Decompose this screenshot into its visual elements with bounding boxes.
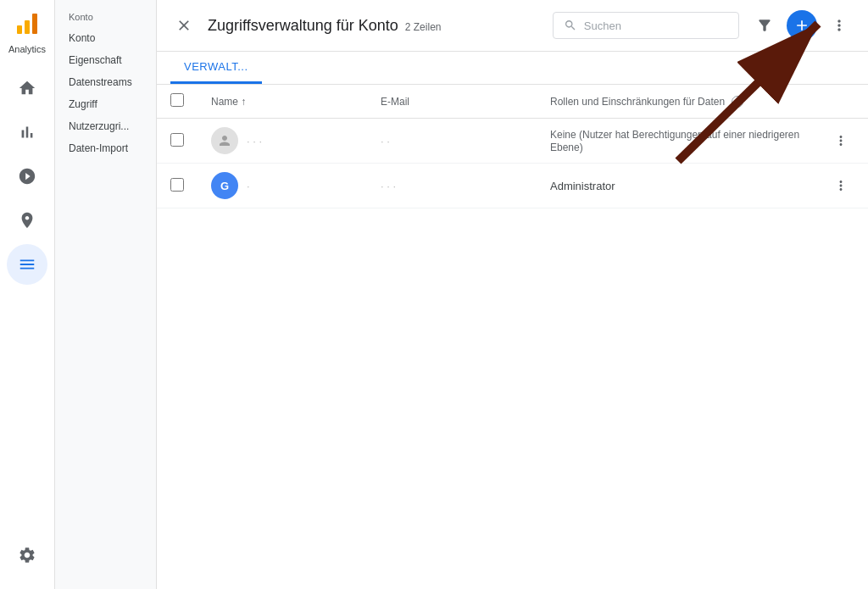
sidebar-link-zugriff[interactable]: Zugriff	[55, 93, 156, 115]
panel-subtitle: 2 Zeilen	[405, 21, 442, 33]
row2-checkbox-cell[interactable]	[157, 164, 198, 208]
table-row: G · · · · Administrator	[157, 164, 868, 208]
row1-actions-cell	[814, 119, 868, 164]
row2-actions-cell	[814, 164, 868, 208]
sidebar-link-konto[interactable]: Konto	[55, 27, 156, 49]
users-table: Name ↑ E-Mail Rollen und Einschränkungen…	[157, 85, 868, 208]
row1-checkbox[interactable]	[170, 133, 184, 147]
tabs-bar: VERWALT...	[157, 52, 868, 85]
name-sort-icon: ↑	[241, 96, 246, 108]
nav-explore[interactable]	[7, 156, 47, 197]
panel-header: Zugriffsverwaltung für Konto 2 Zeilen	[157, 0, 868, 52]
row2-checkbox[interactable]	[170, 178, 184, 192]
table-header-row: Name ↑ E-Mail Rollen und Einschränkungen…	[157, 85, 868, 119]
name-column-header[interactable]: Name ↑	[198, 85, 367, 119]
app-name-label: Analytics	[8, 44, 46, 54]
roles-info-icon[interactable]: i	[732, 96, 743, 108]
svg-rect-0	[17, 25, 22, 34]
tab-verwaltung[interactable]: VERWALT...	[170, 52, 262, 84]
select-all-checkbox[interactable]	[170, 93, 184, 107]
svg-rect-2	[32, 14, 37, 34]
row1-name-cell: · · ·	[198, 119, 367, 164]
close-button[interactable]	[170, 12, 198, 39]
search-input[interactable]	[584, 19, 728, 32]
nav-advertising[interactable]	[7, 200, 47, 241]
row1-email-cell: · ·	[367, 119, 537, 164]
panel-title: Zugriffsverwaltung für Konto	[208, 17, 398, 35]
nav-configure[interactable]	[7, 244, 47, 285]
add-user-button[interactable]	[787, 10, 817, 41]
left-nav: Analytics	[0, 0, 55, 589]
actions-column-header	[814, 85, 868, 119]
row2-name: ·	[247, 180, 250, 192]
sidebar-section-konto: Konto	[55, 7, 156, 27]
row2-email-cell: · · ·	[367, 164, 537, 208]
search-box[interactable]	[553, 12, 739, 39]
settings-icon[interactable]	[7, 535, 47, 575]
filter-button[interactable]	[749, 10, 780, 41]
row2-name-cell: G ·	[198, 164, 367, 208]
more-options-button[interactable]	[824, 10, 854, 41]
app-logo[interactable]	[10, 7, 44, 41]
row1-more-button[interactable]	[827, 127, 854, 154]
svg-rect-1	[25, 20, 30, 34]
sidebar-link-datenimport[interactable]: Daten-Import	[55, 137, 156, 159]
nav-home[interactable]	[7, 68, 47, 108]
table-container: Name ↑ E-Mail Rollen und Einschränkungen…	[157, 85, 868, 589]
row2-more-button[interactable]	[827, 172, 854, 199]
nav-reports[interactable]	[7, 112, 47, 153]
sidebar-link-nutzerzugriff[interactable]: Nutzerzugri...	[55, 115, 156, 137]
main-content: Zugriffsverwaltung für Konto 2 Zeilen	[157, 0, 868, 589]
search-icon	[564, 18, 577, 33]
row1-avatar	[211, 127, 238, 154]
panel-title-group: Zugriffsverwaltung für Konto 2 Zeilen	[208, 17, 542, 35]
header-actions	[749, 10, 854, 41]
row1-name: · · ·	[247, 135, 262, 147]
row1-roles-cell: Keine (Nutzer hat Berechtigungen auf ein…	[537, 119, 814, 164]
roles-column-header: Rollen und Einschränkungen für Daten i	[537, 85, 814, 119]
row2-avatar: G	[211, 172, 238, 199]
sidebar-link-datenstreams[interactable]: Datenstreams	[55, 71, 156, 93]
select-all-header[interactable]	[157, 85, 198, 119]
email-column-header: E-Mail	[367, 85, 537, 119]
sidebar-panel: Konto Konto Eigenschaft Datenstreams Zug…	[55, 0, 157, 589]
sidebar-link-eigenschaft[interactable]: Eigenschaft	[55, 49, 156, 71]
row1-checkbox-cell[interactable]	[157, 119, 198, 164]
table-row: · · · · · Keine (Nutzer hat Berechtigung…	[157, 119, 868, 164]
row2-roles-cell: Administrator	[537, 164, 814, 208]
